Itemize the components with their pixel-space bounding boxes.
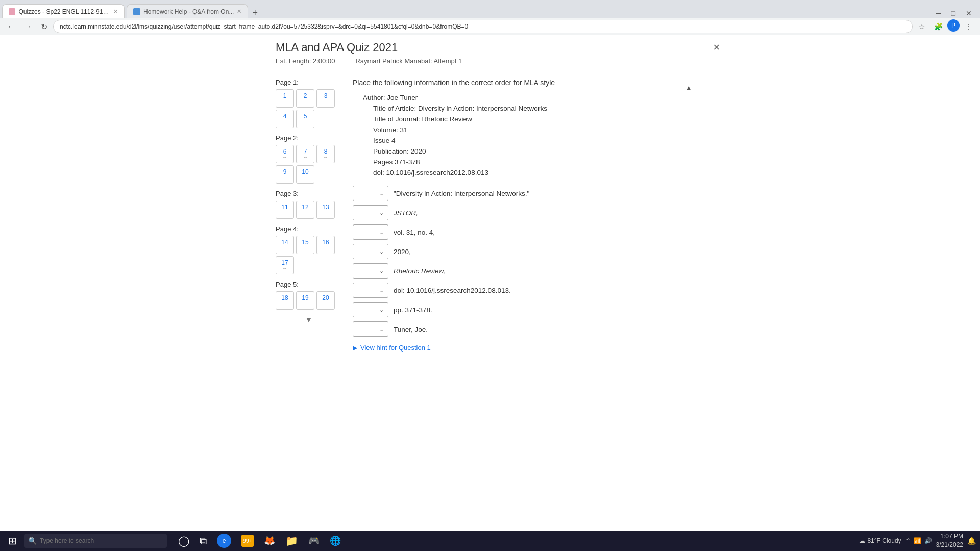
page-nav-button-10[interactable]: 10-- [296,165,314,184]
quizzes-favicon [9,8,15,15]
info-block-container: Author: Joe TunerTitle of Article: Diver… [353,94,694,177]
page-nav-button-7[interactable]: 7-- [296,145,314,163]
content-scroll-up[interactable]: ▲ [685,84,692,92]
browser-tab-tab1[interactable]: Quizzes - Sp22 ENGL 1112-91 C...✕ [2,4,125,18]
new-tab-button[interactable]: + [248,8,262,18]
taskbar-notification-badge[interactable]: 99+ [237,532,258,550]
minimize-button[interactable]: ─ [932,8,945,18]
page-nav-button-11[interactable]: 11-- [276,201,294,219]
btn-dash: -- [304,245,307,251]
btn-dash: -- [283,119,287,124]
page-nav-section-label: Page 2: [276,134,342,142]
dropdown-select-2[interactable]: ⌄ [353,224,388,240]
page-nav-button-1[interactable]: 1-- [276,89,294,108]
taskbar-search-icon: 🔍 [28,537,37,545]
dropdown-text-3: 2020, [394,248,411,256]
page-nav-button-9[interactable]: 9-- [276,165,294,184]
btn-dash: -- [324,210,328,215]
taskbar-edge[interactable]: e [213,532,235,550]
view-hint[interactable]: ▶ View hint for Question 1 [353,344,694,352]
notification-button[interactable]: 🔔 [967,537,976,545]
browser-actions: ☆ 🧩 P ⋮ [915,19,976,34]
page-nav-buttons: 18--19--20-- [276,291,342,310]
dropdown-row-0: ⌄"Diversity in Action: Interpersonal Net… [353,186,694,201]
chevron-down-icon: ⌄ [379,210,384,216]
dropdown-select-4[interactable]: ⌄ [353,263,388,279]
quiz-container: × MLA and APA Quiz 2021 Est. Length: 2:0… [260,31,720,531]
edge-icon: e [217,534,231,548]
tab-close-icon[interactable]: ✕ [237,8,241,15]
tab-close-icon[interactable]: ✕ [113,8,118,15]
dropdown-text-0: "Diversity in Action: Interpersonal Netw… [394,190,529,197]
page-nav-button-18[interactable]: 18-- [276,291,294,310]
taskbar-clock: 1:07 PM 3/21/2022 [936,532,963,549]
btn-dash: -- [324,155,328,160]
page-nav-button-2[interactable]: 2-- [296,89,314,108]
info-block: Title of Article: Diversity in Action: I… [373,105,694,112]
page-nav-button-15[interactable]: 15-- [296,236,314,254]
dropdown-select-6[interactable]: ⌄ [353,302,388,317]
taskbar-firefox[interactable]: 🦊 [260,532,279,550]
page-nav-section: Page 5:18--19--20-- [276,281,342,310]
wifi-icon: 📶 [914,537,921,544]
dropdown-text-1: JSTOR, [394,209,418,217]
page-nav-button-8[interactable]: 8-- [316,145,335,163]
browser-tab-tab2[interactable]: Homework Help - Q&A from On...✕ [127,4,248,18]
dropdown-select-7[interactable]: ⌄ [353,321,388,337]
page-nav-button-17[interactable]: 17-- [276,256,294,274]
speaker-icon: 🔊 [924,537,932,544]
page-nav-button-13[interactable]: 13-- [316,201,335,219]
taskbar-search-input[interactable] [40,537,152,544]
dropdown-select-3[interactable]: ⌄ [353,244,388,259]
chevron-up-icon[interactable]: ⌃ [905,537,911,544]
dropdown-row-5: ⌄doi: 10.1016/j.ssresearch2012.08.013. [353,283,694,298]
back-button[interactable]: ← [4,19,18,34]
page-nav-section-label: Page 4: [276,225,342,233]
page-nav-button-3[interactable]: 3-- [316,89,335,108]
page-nav-buttons: 11--12--13-- [276,201,342,219]
info-block: Title of Journal: Rhetoric Review [373,115,694,123]
page-nav-section-label: Page 1: [276,79,342,86]
page-nav-button-4[interactable]: 4-- [276,110,294,128]
info-block: Volume: 31 [373,126,694,134]
taskbar-search-box[interactable]: 🔍 [24,534,167,548]
maximize-button[interactable]: □ [947,8,960,18]
page-nav-button-14[interactable]: 14-- [276,236,294,254]
forward-button[interactable]: → [20,19,35,34]
chevron-down-icon: ⌄ [379,248,384,255]
page-nav-button-12[interactable]: 12-- [296,201,314,219]
close-window-button[interactable]: ✕ [962,8,976,18]
dropdown-select-0[interactable]: ⌄ [353,186,388,201]
page-nav-section: Page 4:14--15--16--17-- [276,225,342,274]
clock-time: 1:07 PM [936,532,963,541]
taskbar-file-explorer[interactable]: 📁 [281,532,302,550]
taskbar-chrome[interactable]: 🌐 [326,532,345,550]
taskbar-app-badge: 99+ [241,535,254,547]
start-button[interactable]: ⊞ [4,535,21,547]
system-tray: ⌃ 📶 🔊 [905,537,932,544]
question-text: Place the following information in the c… [353,79,694,87]
dropdown-text-2: vol. 31, no. 4, [394,229,435,236]
hw-favicon [133,8,140,15]
page-nav-button-6[interactable]: 6-- [276,145,294,163]
page-nav-button-19[interactable]: 19-- [296,291,314,310]
page-nav-button-20[interactable]: 20-- [316,291,335,310]
bookmark-button[interactable]: ☆ [915,19,929,34]
page-nav-button-5[interactable]: 5-- [296,110,314,128]
taskbar-cortana[interactable]: ◯ [174,532,193,550]
dropdown-select-5[interactable]: ⌄ [353,283,388,298]
quiz-close-button[interactable]: × [713,41,720,54]
taskbar-task-view[interactable]: ⧉ [195,532,211,550]
info-block: doi: 10.1016/j.ssresearch2012.08.013 [373,169,694,177]
extensions-button[interactable]: 🧩 [931,19,945,34]
taskbar-steam[interactable]: 🎮 [304,532,324,550]
page-nav-button-16[interactable]: 16-- [316,236,335,254]
btn-dash: -- [283,155,287,160]
btn-dash: -- [304,210,307,215]
reload-button[interactable]: ↻ [37,19,51,34]
dropdown-select-1[interactable]: ⌄ [353,205,388,220]
nav-scroll-down[interactable]: ▼ [305,316,312,324]
menu-button[interactable]: ⋮ [962,19,976,34]
profile-button[interactable]: P [947,19,960,32]
dropdown-text-4: Rhetoric Review, [394,267,445,275]
